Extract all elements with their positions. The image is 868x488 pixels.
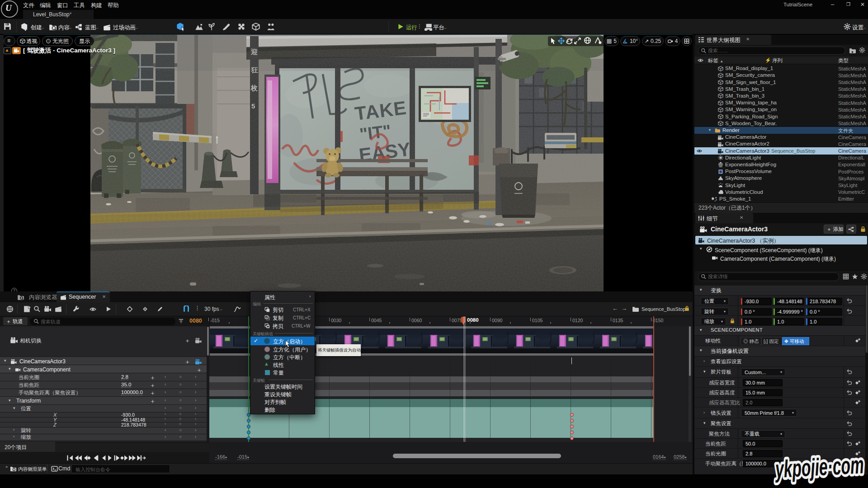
svg-text:ykpojie·com: ykpojie·com [774,451,864,483]
